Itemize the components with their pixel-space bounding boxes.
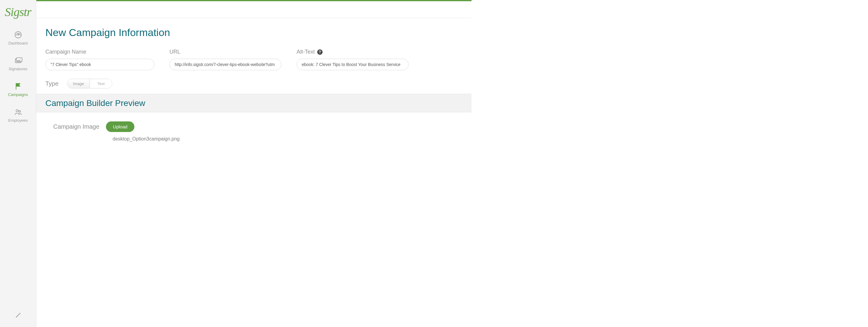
upload-button[interactable]: Upload [106, 121, 134, 132]
uploaded-filename: desktop_Option3campaign.png [113, 136, 180, 142]
url-label: URL [169, 49, 281, 55]
sidebar-item-label: Dashboard [8, 41, 28, 46]
alt-text-group: Alt-Text ? [297, 49, 409, 70]
url-group: URL [169, 49, 281, 70]
sidebar-item-label: Employees [8, 118, 28, 123]
alt-text-label-text: Alt-Text [297, 49, 315, 55]
svg-point-5 [19, 111, 20, 112]
campaign-name-label: Campaign Name [45, 49, 154, 55]
svg-point-4 [16, 110, 18, 112]
type-option-text[interactable]: Text [90, 79, 112, 88]
help-icon[interactable]: ? [317, 49, 322, 55]
campaign-image-label: Campaign Image [53, 123, 99, 130]
svg-point-1 [18, 34, 19, 35]
sidebar-item-dashboard[interactable]: Dashboard [0, 25, 36, 51]
right-blank-panel [471, 0, 868, 327]
type-option-image[interactable]: Image [67, 79, 90, 88]
cards-icon [13, 56, 23, 65]
brand-logo: Sigstr [5, 5, 31, 19]
type-toggle: Image Text [67, 79, 112, 88]
sidebar-item-campaigns[interactable]: Campaigns [0, 77, 36, 102]
flag-icon [13, 82, 23, 91]
uploader: Campaign Image Upload desktop_Option3cam… [53, 121, 180, 142]
gauge-icon [13, 31, 23, 39]
campaign-name-group: Campaign Name [45, 49, 154, 70]
sidebar: Sigstr Dashboard Signatures [0, 0, 36, 327]
sidebar-item-label: Campaigns [8, 92, 28, 97]
sidebar-item-label: Signatures [8, 67, 27, 71]
campaign-name-input[interactable] [45, 59, 154, 70]
form-row: Campaign Name URL Alt-Text ? [45, 49, 445, 70]
wand-icon[interactable] [15, 312, 22, 320]
people-icon [13, 108, 23, 116]
preview-title: Campaign Builder Preview [45, 98, 145, 108]
url-input[interactable] [169, 59, 281, 70]
sidebar-item-employees[interactable]: Employees [0, 102, 36, 128]
type-label: Type [45, 80, 58, 87]
sidebar-item-signatures[interactable]: Signatures [0, 51, 36, 77]
alt-text-input[interactable] [297, 59, 409, 70]
alt-text-label: Alt-Text ? [297, 49, 409, 55]
